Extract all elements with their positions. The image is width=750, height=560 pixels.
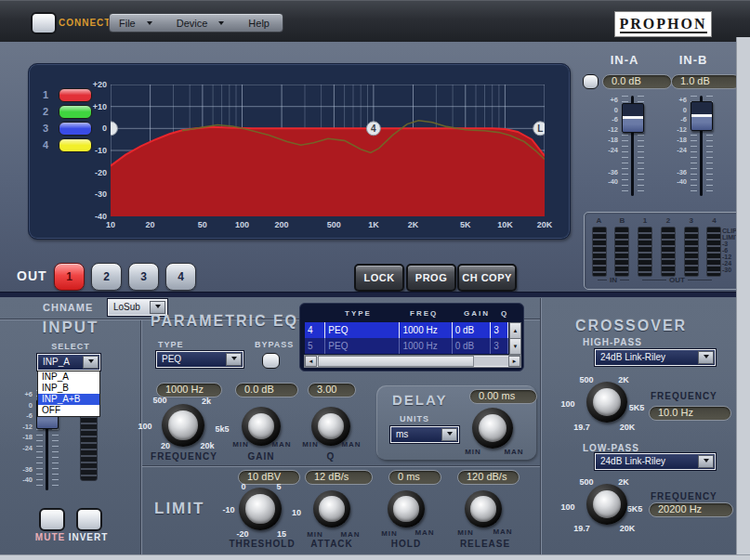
- mute-label: MUTE: [32, 532, 69, 542]
- table-cell: 3: [491, 322, 508, 338]
- attack-caption: ATTACK: [304, 539, 360, 549]
- ch-copy-button[interactable]: CH COPY: [457, 264, 517, 292]
- legend-channel-number: 4: [40, 139, 51, 150]
- x-tick: 500: [327, 220, 341, 229]
- delay-title: DELAY: [392, 392, 447, 408]
- eq-handle-L[interactable]: L: [533, 122, 545, 136]
- table-cell: PEQ: [325, 338, 400, 354]
- fader-scale-mark: -18: [18, 434, 33, 441]
- scrollbar-thumb[interactable]: [318, 356, 474, 367]
- units-label: UNITS: [400, 414, 429, 423]
- in-a-fader: +60-6-12-18-24-36-40: [604, 94, 654, 203]
- select-option-inp_b[interactable]: INP_B: [38, 383, 99, 394]
- chevron-down-icon: [218, 21, 224, 28]
- dropdown-arrow-icon[interactable]: [441, 428, 457, 441]
- y-tick: -20: [77, 168, 107, 177]
- invert-button[interactable]: [76, 508, 102, 531]
- logo-text: PROPHON: [620, 16, 707, 33]
- menu-device[interactable]: Device: [177, 18, 225, 29]
- low-pass-frequency-readout: 20200 Hz: [649, 502, 733, 517]
- low-pass-frequency-knob[interactable]: [586, 484, 627, 525]
- high-pass-label: HIGH-PASS: [583, 337, 642, 347]
- tab-out-2[interactable]: 2: [91, 263, 122, 291]
- legend-ch-1-swatch[interactable]: [59, 88, 92, 102]
- x-tick: 50: [198, 220, 207, 229]
- select-option-inp_a[interactable]: INP_A: [38, 371, 99, 383]
- y-tick: 0: [77, 124, 107, 133]
- scroll-up-button[interactable]: ▲: [509, 322, 521, 339]
- menu-file[interactable]: File: [119, 18, 152, 29]
- select-option-off[interactable]: OFF: [38, 405, 99, 416]
- bypass-button[interactable]: [262, 353, 280, 369]
- high-pass-frequency-knob[interactable]: [586, 382, 627, 423]
- select-option-inp_a+b[interactable]: INP_A+B: [38, 394, 99, 405]
- meter-channel-label: 3: [689, 216, 692, 225]
- x-tick: 10K: [497, 220, 513, 229]
- input-select-dropdown[interactable]: INP_A: [37, 354, 100, 371]
- limit-threshold-knob[interactable]: [239, 488, 282, 530]
- x-tick: 2K: [408, 220, 419, 229]
- fader-scale-mark: -40: [603, 178, 618, 186]
- table-row[interactable]: 4PEQ1000 Hz0 dB3: [305, 322, 508, 338]
- invert-label: INVERT: [67, 532, 110, 542]
- prog-button[interactable]: PROG: [406, 264, 456, 292]
- threshold-caption: THRESHOLD: [217, 539, 307, 549]
- meter-bar: [661, 227, 676, 277]
- eq-q-caption: Q: [311, 451, 350, 462]
- meter-scale-mark: -30: [722, 267, 731, 273]
- in-a-fader-handle[interactable]: [622, 103, 644, 133]
- fader-scale-mark: -24: [18, 445, 33, 452]
- delay-units-dropdown[interactable]: ms: [390, 426, 459, 443]
- scroll-down-button[interactable]: ▼: [509, 338, 521, 355]
- connect-button[interactable]: [31, 12, 57, 34]
- fader-scale-mark: -36: [672, 169, 687, 176]
- window-frame: [0, 554, 750, 560]
- eq-gain-readout: 0.0 dB: [235, 383, 298, 397]
- table-cell: PEQ: [325, 322, 400, 338]
- delay-knob[interactable]: [472, 408, 513, 449]
- legend-channel-number: 2: [40, 106, 51, 117]
- limit-title: LIMIT: [154, 500, 204, 518]
- release-caption: RELEASE: [454, 539, 517, 549]
- connect-label: CONNECT: [59, 18, 111, 28]
- meter-bar: [684, 227, 699, 277]
- table-row[interactable]: 5PEQ1000 Hz0 dB3: [305, 338, 508, 354]
- dropdown-arrow-icon[interactable]: [226, 353, 242, 366]
- scroll-left-button[interactable]: ◄: [305, 356, 317, 367]
- mute-button[interactable]: [39, 508, 65, 531]
- table-cell: 4: [305, 322, 325, 338]
- limit-release-knob[interactable]: [465, 490, 502, 527]
- release-readout: 120 dB/s: [457, 470, 520, 485]
- x-tick: 100: [235, 220, 249, 229]
- limit-hold-knob[interactable]: [388, 490, 425, 527]
- high-pass-filter-dropdown[interactable]: 24dB Link-Riley: [595, 349, 716, 366]
- scroll-right-button[interactable]: ►: [508, 356, 520, 367]
- lock-button[interactable]: LOCK: [354, 264, 404, 292]
- dropdown-arrow-icon[interactable]: [150, 301, 165, 314]
- menu-help[interactable]: Help: [248, 18, 270, 29]
- eq-handle-h[interactable]: [111, 122, 118, 136]
- y-tick: +20: [77, 80, 107, 89]
- eq-frequency-knob[interactable]: [162, 404, 204, 447]
- y-tick: -10: [77, 146, 107, 155]
- dropdown-arrow-icon[interactable]: [698, 351, 714, 364]
- tab-out-1[interactable]: 1: [54, 263, 85, 291]
- dropdown-arrow-icon[interactable]: [698, 455, 714, 468]
- input-link-button[interactable]: [583, 74, 599, 89]
- legend-channel-number: 3: [40, 123, 51, 134]
- low-pass-label: LOW-PASS: [583, 443, 639, 453]
- chevron-down-icon: [147, 21, 152, 28]
- tab-out-4[interactable]: 4: [165, 263, 196, 291]
- meter-channel-label: 1: [643, 216, 647, 225]
- limit-attack-knob[interactable]: [313, 490, 350, 527]
- low-pass-filter-dropdown[interactable]: 24dB Link-Riley: [595, 453, 716, 470]
- tab-out-3[interactable]: 3: [128, 263, 159, 291]
- in-b-fader-handle[interactable]: [691, 101, 713, 131]
- dropdown-arrow-icon[interactable]: [83, 356, 99, 369]
- horizontal-scrollbar[interactable]: ◄ ►: [304, 355, 521, 368]
- meter-channel-label: B: [619, 216, 625, 225]
- eq-type-dropdown[interactable]: PEQ: [156, 351, 243, 368]
- meter-group-in: IN: [598, 276, 629, 284]
- in-a-gain-readout: 0.0 dB: [602, 74, 672, 89]
- eq-handle-4[interactable]: 4: [366, 122, 380, 136]
